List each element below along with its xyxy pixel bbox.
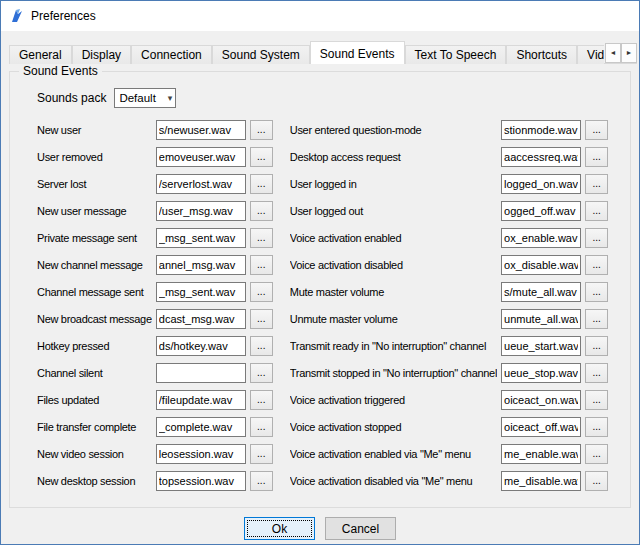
sound-file-input-new-broadcast-message[interactable] — [156, 309, 246, 329]
sound-file-input-files-updated[interactable] — [156, 390, 246, 410]
sound-event-label: Voice activation disabled — [290, 259, 497, 271]
sound-file-input-unmute-master-volume[interactable] — [501, 309, 581, 329]
sounds-pack-select[interactable]: Default ▾ — [114, 88, 176, 108]
sound-event-label: New channel message — [37, 259, 152, 271]
sound-file-input-file-transfer-complete[interactable] — [156, 417, 246, 437]
browse-button-user-logged-in[interactable]: ... — [585, 174, 608, 194]
sound-file-input-user-entered-question-mode[interactable] — [501, 120, 581, 140]
tab-scroll-right-button[interactable]: ► — [621, 43, 637, 63]
tab-text-to-speech[interactable]: Text To Speech — [405, 45, 507, 64]
tab-general[interactable]: General — [9, 45, 72, 64]
sound-file-input-new-video-session[interactable] — [156, 444, 246, 464]
browse-button-new-user-message[interactable]: ... — [250, 201, 273, 221]
browse-button-user-entered-question-mode[interactable]: ... — [585, 120, 608, 140]
window-title: Preferences — [31, 9, 96, 23]
sound-file-input-voice-activation-stopped[interactable] — [501, 417, 581, 437]
sound-event-label: Voice activation enabled — [290, 232, 497, 244]
browse-button-voice-activation-enabled[interactable]: ... — [585, 228, 608, 248]
browse-button-user-logged-out[interactable]: ... — [585, 201, 608, 221]
browse-button-voice-activation-enabled-via-me-menu[interactable]: ... — [585, 444, 608, 464]
sound-file-input-hotkey-pressed[interactable] — [156, 336, 246, 356]
browse-button-server-lost[interactable]: ... — [250, 174, 273, 194]
sound-event-row-voice-activation-stopped: Voice activation stopped... — [290, 417, 608, 437]
browse-button-file-transfer-complete[interactable]: ... — [250, 417, 273, 437]
sound-file-input-user-logged-in[interactable] — [501, 174, 581, 194]
tab-sound-system[interactable]: Sound System — [212, 45, 310, 64]
titlebar[interactable]: Preferences — [1, 1, 639, 31]
tab-connection[interactable]: Connection — [131, 45, 212, 64]
browse-button-user-removed[interactable]: ... — [250, 147, 273, 167]
browse-button-channel-silent[interactable]: ... — [250, 363, 273, 383]
sound-event-label: New desktop session — [37, 475, 152, 487]
sound-file-input-voice-activation-enabled-via-me-menu[interactable] — [501, 444, 581, 464]
sound-file-input-channel-message-sent[interactable] — [156, 282, 246, 302]
sound-event-label: User entered question-mode — [290, 124, 497, 136]
sound-event-row-mute-master-volume: Mute master volume... — [290, 282, 608, 302]
cancel-button[interactable]: Cancel — [325, 517, 396, 540]
sound-file-input-new-user[interactable] — [156, 120, 246, 140]
browse-button-new-broadcast-message[interactable]: ... — [250, 309, 273, 329]
sound-file-input-new-channel-message[interactable] — [156, 255, 246, 275]
sound-event-label: New video session — [37, 448, 152, 460]
browse-button-voice-activation-disabled-via-me-menu[interactable]: ... — [585, 471, 608, 491]
browse-button-new-user[interactable]: ... — [250, 120, 273, 140]
sound-event-label: Transmit ready in "No interruption" chan… — [290, 340, 497, 352]
browse-button-hotkey-pressed[interactable]: ... — [250, 336, 273, 356]
sound-event-label: New user message — [37, 205, 152, 217]
tab-scroll-left-button[interactable]: ◄ — [605, 43, 621, 63]
sound-event-row-server-lost: Server lost... — [37, 174, 273, 194]
sound-event-label: Desktop access request — [290, 151, 497, 163]
sound-event-row-files-updated: Files updated... — [37, 390, 273, 410]
sound-file-input-new-user-message[interactable] — [156, 201, 246, 221]
browse-button-new-channel-message[interactable]: ... — [250, 255, 273, 275]
sound-file-input-transmit-stopped-in-no-interruption-channel[interactable] — [501, 363, 581, 383]
sound-file-input-transmit-ready-in-no-interruption-channel[interactable] — [501, 336, 581, 356]
event-columns: New user...User removed...Server lost...… — [30, 120, 597, 498]
sound-file-input-voice-activation-disabled-via-me-menu[interactable] — [501, 471, 581, 491]
tab-list: GeneralDisplayConnectionSound SystemSoun… — [9, 41, 604, 64]
sound-event-label: Voice activation triggered — [290, 394, 497, 406]
browse-button-channel-message-sent[interactable]: ... — [250, 282, 273, 302]
browse-button-unmute-master-volume[interactable]: ... — [585, 309, 608, 329]
sound-file-input-voice-activation-enabled[interactable] — [501, 228, 581, 248]
sound-event-label: Mute master volume — [290, 286, 497, 298]
browse-button-files-updated[interactable]: ... — [250, 390, 273, 410]
sound-file-input-voice-activation-triggered[interactable] — [501, 390, 581, 410]
tab-sound-events[interactable]: Sound Events — [310, 41, 405, 64]
browse-button-voice-activation-triggered[interactable]: ... — [585, 390, 608, 410]
browse-button-new-desktop-session[interactable]: ... — [250, 471, 273, 491]
sound-event-row-user-entered-question-mode: User entered question-mode... — [290, 120, 608, 140]
tab-shortcuts[interactable]: Shortcuts — [506, 45, 577, 64]
tab-display[interactable]: Display — [72, 45, 131, 64]
sound-file-input-channel-silent[interactable] — [156, 363, 246, 383]
browse-button-desktop-access-request[interactable]: ... — [585, 147, 608, 167]
sound-file-input-private-message-sent[interactable] — [156, 228, 246, 248]
sound-event-row-voice-activation-enabled: Voice activation enabled... — [290, 228, 608, 248]
browse-button-voice-activation-stopped[interactable]: ... — [585, 417, 608, 437]
browse-button-mute-master-volume[interactable]: ... — [585, 282, 608, 302]
sound-event-label: Unmute master volume — [290, 313, 497, 325]
browse-button-new-video-session[interactable]: ... — [250, 444, 273, 464]
browse-button-private-message-sent[interactable]: ... — [250, 228, 273, 248]
sound-file-input-desktop-access-request[interactable] — [501, 147, 581, 167]
browse-button-transmit-ready-in-no-interruption-channel[interactable]: ... — [585, 336, 608, 356]
sound-event-row-desktop-access-request: Desktop access request... — [290, 147, 608, 167]
sound-file-input-mute-master-volume[interactable] — [501, 282, 581, 302]
browse-button-voice-activation-disabled[interactable]: ... — [585, 255, 608, 275]
sound-file-input-new-desktop-session[interactable] — [156, 471, 246, 491]
sound-event-row-channel-message-sent: Channel message sent... — [37, 282, 273, 302]
sound-file-input-user-logged-out[interactable] — [501, 201, 581, 221]
sound-event-row-unmute-master-volume: Unmute master volume... — [290, 309, 608, 329]
sound-file-input-server-lost[interactable] — [156, 174, 246, 194]
browse-button-transmit-stopped-in-no-interruption-channel[interactable]: ... — [585, 363, 608, 383]
sound-event-row-voice-activation-triggered: Voice activation triggered... — [290, 390, 608, 410]
sound-event-row-new-user-message: New user message... — [37, 201, 273, 221]
events-column-right: User entered question-mode...Desktop acc… — [283, 120, 608, 498]
tab-video[interactable]: Video — [577, 45, 604, 64]
sound-events-group: Sound Events Sounds pack Default ▾ New u… — [9, 71, 631, 508]
sound-file-input-user-removed[interactable] — [156, 147, 246, 167]
sound-event-label: User logged in — [290, 178, 497, 190]
sound-event-row-new-channel-message: New channel message... — [37, 255, 273, 275]
sound-file-input-voice-activation-disabled[interactable] — [501, 255, 581, 275]
ok-button[interactable]: Ok — [244, 517, 315, 540]
